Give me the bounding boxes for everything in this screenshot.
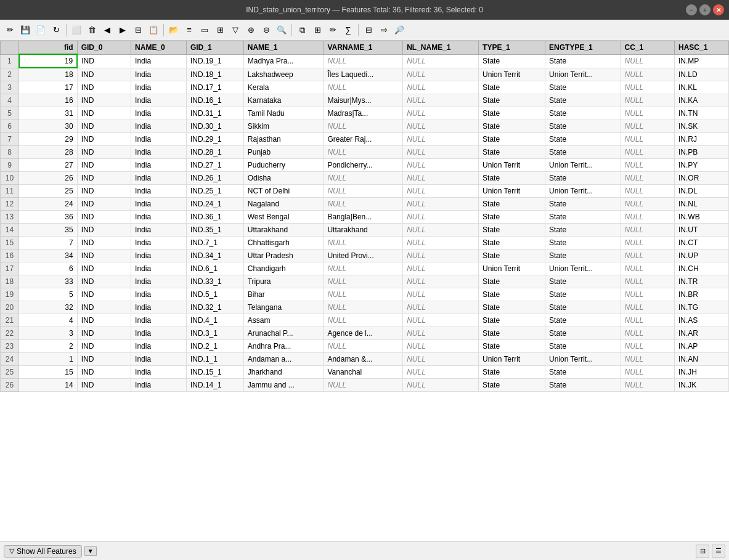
move-left-icon[interactable]: ◀ [100,23,115,38]
table-row[interactable]: 630INDIndiaIND.30_1SikkimNULLNULLStateSt… [1,120,729,133]
maximize-button[interactable]: + [699,4,711,15]
cell-varname_1: Îles Laquedi... [324,68,403,81]
zoom-icon[interactable]: 🔎 [392,23,407,38]
cell-type_1: State [479,172,545,185]
col-name1[interactable]: NAME_1 [243,41,324,55]
table-icon[interactable]: ⊟ [361,23,376,38]
filter-form-icon[interactable]: ⊞ [213,23,227,38]
table-row[interactable]: 119INDIndiaIND.19_1Madhya Pra...NULLNULL… [1,54,729,68]
draw-icon[interactable]: 📄 [33,23,48,38]
row-number: 7 [1,133,19,146]
cell-cc_1: NULL [621,379,674,392]
cell-gid_0: IND [77,54,131,68]
cell-fid: 35 [19,224,78,237]
table-row[interactable]: 2614INDIndiaIND.14_1Jammu and ...NULLNUL… [1,379,729,392]
copy-icon[interactable]: ⊟ [131,23,145,38]
col-fid[interactable]: fid [19,41,78,55]
cell-engtype_1: State [545,146,621,159]
cell-name_0: India [131,288,187,301]
calc-icon[interactable]: ∑ [341,23,356,38]
table-row[interactable]: 176INDIndiaIND.6_1ChandigarhNULLNULLUnio… [1,262,729,275]
table-row[interactable]: 1026INDIndiaIND.26_1OdishaNULLNULLStateS… [1,172,729,185]
show-all-features-button[interactable]: ▽ Show All Features [4,545,82,558]
cell-nl_name_1: NULL [403,211,479,224]
move-right-icon[interactable]: ▶ [115,23,130,38]
cell-name_0: India [131,250,187,262]
save-icon[interactable]: 💾 [18,23,33,38]
table-view-icon[interactable]: ⊟ [696,545,709,558]
cell-cc_1: NULL [621,288,674,301]
table-row[interactable]: 1634INDIndiaIND.34_1Uttar PradeshUnited … [1,250,729,262]
cell-varname_1: NULL [324,379,403,392]
cell-nl_name_1: NULL [403,353,479,366]
cell-gid_0: IND [77,366,131,379]
cell-engtype_1: State [545,340,621,353]
cell-nl_name_1: NULL [403,237,479,250]
table-row[interactable]: 2515INDIndiaIND.15_1JharkhandVananchalNU… [1,366,729,379]
table-row[interactable]: 1833INDIndiaIND.33_1TripuraNULLNULLState… [1,275,729,288]
deselect-icon[interactable]: ⊖ [259,23,274,38]
select-all-icon[interactable]: ⊕ [243,23,258,38]
table-row[interactable]: 1125INDIndiaIND.25_1NCT of DelhiNULLNULL… [1,185,729,198]
table-row[interactable]: 241INDIndiaIND.1_1Andaman a...Andaman &.… [1,353,729,366]
col-engtype1[interactable]: ENGTYPE_1 [545,41,621,55]
table-row[interactable]: 416INDIndiaIND.16_1KarnatakaMaisur|Mys..… [1,94,729,107]
list-icon[interactable]: ≡ [182,23,197,38]
cell-fid: 6 [19,262,78,275]
cell-nl_name_1: NULL [403,172,479,185]
paste-icon[interactable]: 📋 [146,23,161,38]
col-name0[interactable]: NAME_0 [131,41,187,55]
table-row[interactable]: 1336INDIndiaIND.36_1West BengalBangla|Be… [1,211,729,224]
cell-name_0: India [131,353,187,366]
col-varname1[interactable]: VARNAME_1 [324,41,403,55]
delete-icon[interactable]: 🗑 [84,23,99,38]
open-icon[interactable]: 📂 [166,23,181,38]
col-hasc1[interactable]: HASC_1 [675,41,729,55]
col-nlname1[interactable]: NL_NAME_1 [403,41,479,55]
table-row[interactable]: 232INDIndiaIND.2_1Andhra Pra...NULLNULLS… [1,340,729,353]
col-type1[interactable]: TYPE_1 [479,41,545,55]
table-row[interactable]: 1435INDIndiaIND.35_1UttarakhandUttarakha… [1,224,729,237]
export-icon[interactable]: ⇨ [377,23,391,38]
table-row[interactable]: 195INDIndiaIND.5_1BiharNULLNULLStateStat… [1,288,729,301]
filter-icon[interactable]: ▽ [228,23,243,38]
col-gid1[interactable]: GID_1 [186,41,243,55]
cell-cc_1: NULL [621,81,674,94]
paste2-icon[interactable]: ⊞ [310,23,325,38]
edit-icon[interactable]: ✏ [2,23,17,38]
search-icon[interactable]: 🔍 [274,23,289,38]
col-rownum[interactable] [1,41,19,55]
close-button[interactable]: ✕ [713,4,724,15]
table-row[interactable]: 223INDIndiaIND.3_1Arunachal P...Agence d… [1,327,729,340]
cell-gid_0: IND [77,275,131,288]
cell-type_1: State [479,327,545,340]
table-row[interactable]: 214INDIndiaIND.4_1AssamNULLNULLStateStat… [1,314,729,327]
table-row[interactable]: 828INDIndiaIND.28_1PunjabNULLNULLStateSt… [1,146,729,159]
cell-type_1: State [479,211,545,224]
table-row[interactable]: 2032INDIndiaIND.32_1TelanganaNULLNULLSta… [1,301,729,314]
col-gid0[interactable]: GID_0 [77,41,131,55]
new-feature-icon[interactable]: ⬜ [69,23,84,38]
refresh-icon[interactable]: ↻ [49,23,63,38]
table-row[interactable]: 531INDIndiaIND.31_1Tamil NaduMadras|Ta..… [1,107,729,120]
cell-engtype_1: State [545,237,621,250]
feature-table-container[interactable]: fid GID_0 NAME_0 GID_1 NAME_1 VARNAME_1 … [0,41,729,542]
col-cc1[interactable]: CC_1 [621,41,674,55]
table-row[interactable]: 157INDIndiaIND.7_1ChhattisgarhNULLNULLSt… [1,237,729,250]
table-row[interactable]: 218INDIndiaIND.18_1LakshadweepÎles Laque… [1,68,729,81]
table-row[interactable]: 729INDIndiaIND.29_1RajasthanGreater Raj.… [1,133,729,146]
cell-varname_1: Uttarakhand [324,224,403,237]
table-row[interactable]: 1224INDIndiaIND.24_1NagalandNULLNULLStat… [1,198,729,211]
table-row[interactable]: 317INDIndiaIND.17_1KeralaNULLNULLStateSt… [1,81,729,94]
cell-fid: 16 [19,94,78,107]
dropdown-arrow-icon[interactable]: ▼ [84,546,97,556]
table-row[interactable]: 927INDIndiaIND.27_1PuducherryPondicherry… [1,159,729,172]
select-icon[interactable]: ▭ [197,23,212,38]
minimize-button[interactable]: – [686,4,697,15]
form-view-icon[interactable]: ☰ [712,545,725,558]
cell-engtype_1: State [545,288,621,301]
cell-cc_1: NULL [621,301,674,314]
edit2-icon[interactable]: ✏ [325,23,340,38]
copy2-icon[interactable]: ⧉ [295,23,309,38]
cell-cc_1: NULL [621,275,674,288]
